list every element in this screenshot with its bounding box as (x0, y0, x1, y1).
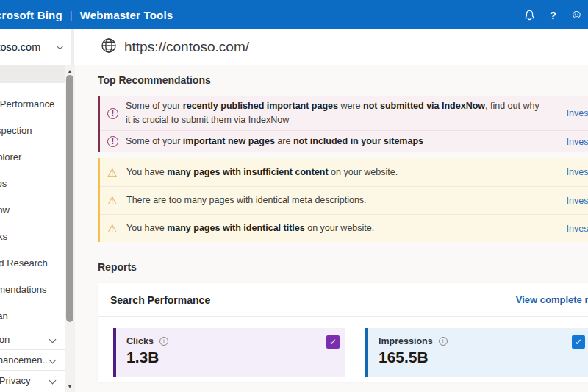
sidebar-group-label: Search Enhancemen... (0, 354, 50, 366)
metric-card-impressions: Impressionsi165.5B✓ (365, 328, 588, 377)
smiley-feedback-icon[interactable]: ☺ (570, 8, 584, 22)
investigate-link[interactable]: Investigate (567, 196, 588, 206)
metric-card-clicks: Clicksi1.3B✓ (113, 328, 345, 377)
metric-cards-row: Clicksi1.3B✓Impressionsi165.5B✓ (98, 317, 588, 377)
error-alert-group: !Some of your recently published importa… (98, 96, 588, 152)
metric-label: Impressions (379, 336, 433, 346)
sidebar: Search PerformanceURL InspectionSite Exp… (0, 65, 65, 392)
alert-message: Some of your recently published importan… (126, 99, 546, 127)
sidebar-groups: ConfigurationSearch Enhancemen...Securit… (0, 329, 65, 391)
warning-alert: ⚠There are too many pages with identical… (100, 186, 588, 214)
info-icon[interactable]: i (159, 337, 168, 346)
chevron-down-icon (49, 377, 57, 385)
alert-message: There are too many pages with identical … (126, 193, 367, 207)
chevron-down-icon (57, 43, 64, 50)
scrollbar-down-arrow-icon[interactable]: ▼ (65, 382, 75, 391)
scrollbar-up-arrow-icon[interactable]: ▲ (65, 66, 75, 75)
reports-heading: Reports (98, 242, 588, 273)
error-circle-icon: ! (107, 136, 118, 147)
metric-label-row: Clicksi (126, 336, 345, 346)
sidebar-item-label: Keyword Research (0, 257, 48, 268)
metric-checkbox[interactable]: ✓ (326, 335, 340, 349)
alert-message: Some of your important new pages are not… (126, 135, 423, 149)
sidebar-item-label: Search Performance (0, 99, 54, 110)
sidebar-nav: Search PerformanceURL InspectionSite Exp… (0, 83, 65, 329)
investigate-link[interactable]: Investigate (567, 224, 588, 234)
sidebar-item-sitemaps[interactable]: Sitemaps (0, 170, 65, 196)
sidebar-item-indexnow[interactable]: IndexNow (0, 196, 65, 223)
sidebar-item-keyword-research[interactable]: Keyword Research (0, 249, 65, 276)
report-card-header: Search Performance View complete report (98, 283, 588, 317)
scrollbar-thumb[interactable] (66, 75, 74, 322)
sidebar-item-label: Site Explorer (0, 152, 21, 163)
sidebar-group-label: Security & Privacy (0, 375, 30, 386)
globe-icon (101, 38, 117, 57)
main-content: Top Recommendations !Some of your recent… (75, 65, 588, 392)
report-card-title: Search Performance (110, 294, 210, 306)
chevron-down-icon (49, 336, 57, 343)
investigate-link[interactable]: Investigate (567, 167, 588, 177)
search-performance-card: Search Performance View complete report … (98, 283, 588, 382)
info-icon[interactable]: i (439, 337, 448, 346)
warning-triangle-icon: ⚠ (107, 166, 120, 179)
sidebar-item-url-inspection[interactable]: URL Inspection (0, 117, 65, 143)
sidebar-item-recommendations[interactable]: Recommendations (0, 276, 65, 302)
warning-triangle-icon: ⚠ (107, 222, 120, 235)
metric-checkbox[interactable]: ✓ (572, 335, 585, 349)
investigate-link[interactable]: Investigate (567, 137, 588, 147)
top-recommendations-heading: Top Recommendations (98, 65, 588, 86)
investigate-link[interactable]: Investigate (567, 108, 588, 118)
sidebar-item-label: URL Inspection (0, 125, 32, 136)
sidebar-item-label: Recommendations (0, 284, 46, 295)
brand: Microsoft Bing | Webmaster Tools (0, 9, 173, 21)
metric-label: Clicks (126, 336, 154, 346)
sidebar-item-selected[interactable] (0, 65, 65, 83)
page-title-site-url: https://contoso.com/ (124, 39, 249, 55)
sub-header: contoso.com https://contoso.com/ (0, 29, 588, 65)
sidebar-group-security-privacy[interactable]: Security & Privacy (0, 370, 65, 391)
bell-icon[interactable] (523, 8, 537, 22)
metric-value: 165.5B (379, 349, 588, 366)
sidebar-item-backlinks[interactable]: Backlinks (0, 223, 65, 249)
brand-divider: | (70, 9, 73, 21)
view-complete-report-link[interactable]: View complete report (516, 294, 588, 305)
error-alert: !Some of your recently published importa… (100, 96, 588, 130)
sidebar-item-search-performance[interactable]: Search Performance (0, 90, 65, 117)
brand-microsoft-bing[interactable]: Microsoft Bing (0, 9, 62, 21)
metric-label-row: Impressionsi (379, 336, 588, 346)
sidebar-item-label: Backlinks (0, 231, 7, 242)
sidebar-item-site-explorer[interactable]: Site Explorer (0, 143, 65, 170)
sidebar-item-label: IndexNow (0, 204, 10, 215)
brand-webmaster-tools[interactable]: Webmaster Tools (80, 9, 173, 21)
sidebar-item-label: Sitemaps (0, 178, 7, 189)
topbar-icons: ? ☺ (523, 0, 584, 29)
site-selector-value: contoso.com (0, 41, 40, 53)
warning-alert: ⚠You have many pages with identical titl… (100, 214, 588, 242)
top-bar: Microsoft Bing | Webmaster Tools ? ☺ (0, 0, 588, 29)
sidebar-scrollbar[interactable]: ▲ ▼ (65, 65, 75, 392)
warning-triangle-icon: ⚠ (107, 194, 120, 207)
sidebar-group-configuration[interactable]: Configuration (0, 329, 65, 349)
sidebar-item-site-scan[interactable]: Site Scan (0, 302, 65, 329)
sidebar-item-label: Site Scan (0, 310, 8, 321)
sidebar-group-search-enhancemen[interactable]: Search Enhancemen... (0, 349, 65, 370)
warning-alert: ⚠You have many pages with insufficient c… (100, 158, 588, 186)
error-alert: !Some of your important new pages are no… (100, 130, 588, 152)
alert-message: You have many pages with identical title… (126, 221, 374, 235)
sidebar-group-label: Configuration (0, 334, 10, 345)
error-circle-icon: ! (107, 108, 118, 119)
alert-message: You have many pages with insufficient co… (126, 165, 398, 179)
help-icon[interactable]: ? (546, 8, 560, 22)
metric-value: 1.3B (126, 349, 345, 366)
warning-alert-group: ⚠You have many pages with insufficient c… (98, 158, 588, 242)
bing-webmaster-tools-app: Microsoft Bing | Webmaster Tools ? ☺ con… (0, 0, 588, 392)
page-header: https://contoso.com/ (74, 29, 588, 65)
site-selector-dropdown[interactable]: contoso.com (0, 29, 74, 65)
